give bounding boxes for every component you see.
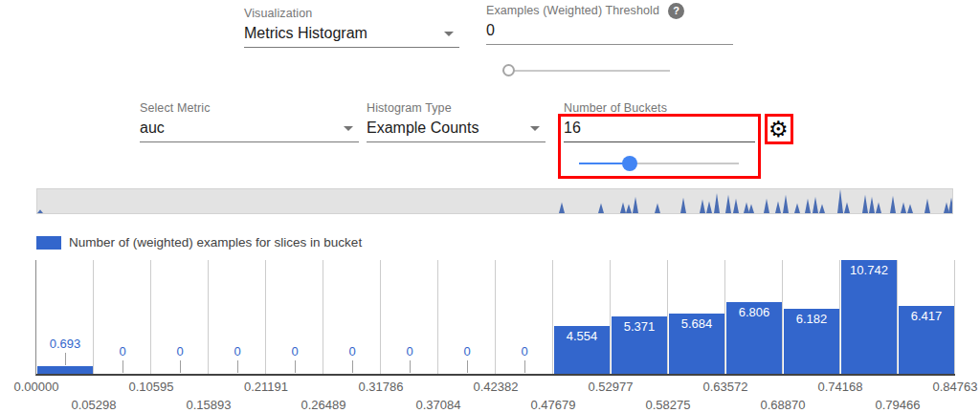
x-axis-label: 0.00000 (14, 380, 59, 394)
annotation-stem (410, 360, 411, 373)
overview-spike (559, 202, 565, 213)
overview-spike (948, 198, 952, 213)
gridline (208, 260, 209, 374)
threshold-slider-knob[interactable] (502, 64, 515, 76)
overview-spike (876, 202, 881, 213)
gridline (265, 260, 266, 374)
threshold-slider[interactable] (502, 63, 670, 77)
x-axis-label: 0.84763 (933, 380, 978, 394)
x-axis-label: 0.05298 (72, 398, 117, 412)
x-axis-label: 0.47679 (531, 398, 576, 412)
annotation-stem (467, 360, 468, 373)
x-axis-label: 0.37084 (416, 398, 461, 412)
bar-value-label: 0.693 (50, 337, 81, 351)
histogram-type-value: Example Counts (367, 120, 546, 142)
overview-spike (633, 197, 638, 213)
annotation-stem (352, 360, 353, 373)
x-axis-label: 0.31786 (359, 380, 404, 394)
bar-value-label: 0 (176, 344, 183, 359)
bar-value-label: 0 (521, 344, 527, 359)
overview-spike (837, 189, 843, 213)
metric-select[interactable]: Select Metric auc (140, 101, 359, 142)
overview-spike (655, 203, 660, 213)
overview-spike (907, 204, 913, 213)
x-axis-label: 0.79466 (876, 398, 921, 412)
overview-spike (725, 195, 731, 213)
gear-icon[interactable]: ⚙ (768, 119, 789, 141)
highlight-box-buckets (558, 114, 761, 179)
gridline (724, 260, 725, 374)
overview-spike (744, 202, 749, 213)
histogram-type-label: Histogram Type (367, 101, 546, 115)
gridline (610, 260, 611, 374)
gridline (552, 260, 553, 374)
visualization-select[interactable]: Visualization Metrics Histogram (244, 7, 459, 48)
overview-spike (901, 202, 906, 213)
overview-spike (813, 197, 818, 213)
histogram-bar[interactable] (37, 366, 93, 374)
histogram-type-select[interactable]: Histogram Type Example Counts (367, 101, 546, 142)
bar-value-label: 4.554 (567, 329, 598, 343)
x-axis-label: 0.68870 (761, 398, 806, 412)
overview-spike (748, 204, 754, 213)
bar-value-label: 10.742 (850, 263, 888, 277)
bar-value-label: 0 (291, 344, 298, 359)
x-axis-label: 0.26489 (301, 398, 346, 412)
overview-spike (37, 209, 43, 213)
annotation-stem (295, 360, 296, 373)
overview-spike (862, 195, 868, 213)
annotation-stem (65, 353, 66, 365)
bar-value-label: 0 (119, 344, 125, 359)
x-axis-label: 0.52977 (589, 380, 634, 394)
gridline (437, 260, 438, 374)
overview-spike (733, 199, 739, 213)
overview-spike (598, 203, 604, 213)
overview-spike (805, 199, 811, 213)
bar-value-label: 0 (234, 344, 240, 359)
tfma-visualization-panel: Visualization Metrics Histogram Examples… (0, 0, 980, 413)
legend-label: Number of (weighted) examples for slices… (69, 235, 362, 250)
legend-swatch (36, 236, 61, 250)
x-axis-label: 0.58275 (646, 398, 691, 412)
chart-legend: Number of (weighted) examples for slices… (36, 235, 362, 250)
annotation-stem (524, 360, 525, 373)
bar-value-label: 0 (348, 344, 355, 359)
chevron-down-icon[interactable] (344, 126, 353, 131)
metric-value: auc (140, 120, 359, 142)
threshold-label: Examples (Weighted) Threshold (486, 4, 733, 17)
annotation-stem (180, 360, 181, 373)
bar-value-label: 5.371 (624, 319, 656, 334)
overview-spike (819, 204, 825, 213)
x-axis-label: 0.42382 (474, 380, 519, 394)
gridline (839, 260, 840, 374)
overview-spike (944, 202, 949, 213)
bar-value-label: 5.684 (681, 316, 713, 331)
chevron-down-icon[interactable] (530, 126, 540, 131)
threshold-input[interactable]: 0 (486, 22, 733, 45)
bar-value-label: 6.806 (739, 305, 770, 319)
histogram-plot: 0.693000000004.5545.3715.6846.8066.18210… (35, 260, 955, 376)
chevron-down-icon[interactable] (444, 32, 454, 36)
overview-spike (620, 202, 626, 213)
help-icon[interactable]: ? (668, 3, 684, 19)
slice-overview[interactable] (36, 188, 953, 214)
overview-spike (890, 196, 896, 213)
bar-value-label: 0 (463, 344, 470, 359)
x-axis-label: 0.63572 (703, 380, 748, 394)
gridline (954, 260, 955, 374)
overview-spike (794, 203, 800, 213)
x-axis-label: 0.10595 (129, 380, 174, 394)
overview-spike (700, 200, 705, 213)
overview-spike (714, 193, 720, 213)
bar-value-label: 6.417 (911, 309, 943, 323)
gridline (150, 260, 151, 374)
gridline (380, 260, 381, 374)
annotation-stem (237, 360, 238, 373)
x-axis-label: 0.15893 (187, 398, 232, 412)
threshold-slider-track[interactable] (502, 70, 670, 72)
visualization-label: Visualization (244, 7, 459, 20)
overview-spike (783, 195, 789, 213)
threshold-field: Examples (Weighted) Threshold 0 (486, 4, 733, 45)
buckets-label: Number of Buckets (564, 101, 755, 115)
gridline (897, 260, 898, 374)
